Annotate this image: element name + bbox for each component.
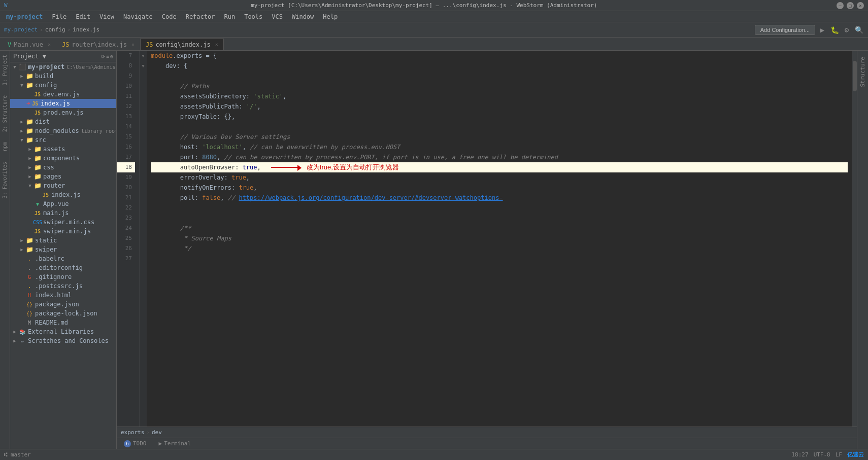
tree-item-router[interactable]: ▼ 📁 router xyxy=(10,181,116,190)
tree-item-readme[interactable]: M README.md xyxy=(10,318,116,327)
editor-scrollbar[interactable] xyxy=(852,51,857,427)
js-file-icon: JS xyxy=(34,90,42,98)
tab-terminal[interactable]: ▶ Terminal xyxy=(154,439,196,448)
tree-item-router-index[interactable]: JS index.js xyxy=(10,190,116,199)
favorites-panel-toggle[interactable]: 3: Favorites xyxy=(1,160,9,200)
tab-close-main-vue[interactable]: ✕ xyxy=(48,42,51,47)
folder-icon: 📁 xyxy=(34,163,42,171)
tree-item-external-libraries[interactable]: ▶ 📚 External Libraries xyxy=(10,327,116,336)
right-tab-structure[interactable]: Structure xyxy=(857,53,868,91)
menu-edit[interactable]: Edit xyxy=(72,12,94,21)
folder-icon: 📁 xyxy=(25,81,34,89)
tab-label: config\index.js xyxy=(155,41,210,48)
tab-close-router[interactable]: ✕ xyxy=(131,42,135,47)
project-panel-toggle[interactable]: 1: Project xyxy=(1,53,9,87)
tree-item-index-js[interactable]: ➜ JS index.js xyxy=(10,99,116,108)
editor-content: 7 8 9 10 11 12 13 14 15 16 17 18 19 20 2… xyxy=(117,51,857,427)
breadcrumb-file[interactable]: index.js xyxy=(73,26,99,33)
menu-tools[interactable]: Tools xyxy=(240,12,266,21)
close-button[interactable]: ✕ xyxy=(857,2,864,9)
tab-main-vue[interactable]: V Main.vue ✕ xyxy=(2,38,56,50)
annotation: 改为true,设置为自动打开浏览器 xyxy=(271,162,399,172)
tree-item-swiper-js[interactable]: JS swiper.min.js xyxy=(10,227,116,236)
breadcrumb-config[interactable]: config xyxy=(45,26,65,33)
encoding-indicator: UTF-8 xyxy=(814,451,830,458)
rc-file-icon: . xyxy=(25,255,34,263)
maximize-button[interactable]: □ xyxy=(847,2,854,9)
tree-item-css[interactable]: ▶ 📁 css xyxy=(10,163,116,172)
menu-vcs[interactable]: VCS xyxy=(268,12,287,21)
tree-item-gitignore[interactable]: G .gitignore xyxy=(10,272,116,281)
git-branch: master xyxy=(11,451,31,458)
code-line-21: poll: false, // https://webpack.js.org/c… xyxy=(151,193,848,203)
tree-item-editorconfig[interactable]: . .editorconfig xyxy=(10,263,116,272)
structure-panel-toggle[interactable]: 2: Structure xyxy=(1,93,9,134)
code-line-10: // Paths xyxy=(151,81,848,91)
tab-config-index[interactable]: JS config\index.js ✕ xyxy=(140,38,224,50)
tree-item-postcssrc[interactable]: . .postcssrc.js xyxy=(10,281,116,291)
settings-icon[interactable]: ⚙ xyxy=(842,25,852,35)
menu-my-project[interactable]: my-project xyxy=(2,12,47,21)
menu-navigate[interactable]: Navigate xyxy=(119,12,157,21)
rc-file-icon: . xyxy=(25,264,34,272)
editor[interactable]: 7 8 9 10 11 12 13 14 15 16 17 18 19 20 2… xyxy=(117,51,857,427)
editor-container: 7 8 9 10 11 12 13 14 15 16 17 18 19 20 2… xyxy=(117,51,857,449)
menu-view[interactable]: View xyxy=(95,12,118,21)
window-controls: – □ ✕ xyxy=(837,2,864,9)
tree-item-scratches[interactable]: ▶ ✏ Scratches and Consoles xyxy=(10,336,116,345)
tree-item-node-modules[interactable]: ▶ 📁 node_modules library root xyxy=(10,126,116,135)
code-line-7: module.exports = { xyxy=(151,51,848,61)
tree-item-config[interactable]: ▼ 📁 config xyxy=(10,81,116,90)
settings-icon[interactable]: ⚙ xyxy=(110,54,113,59)
fold-btn-8[interactable]: ▼ xyxy=(140,61,147,71)
tree-item-my-project[interactable]: ▼ ⬛ my-project C:\Users\Administrato xyxy=(10,62,116,72)
tab-label: Main.vue xyxy=(14,41,43,48)
menu-help[interactable]: Help xyxy=(319,12,342,21)
folder-icon: 📁 xyxy=(34,182,42,190)
tree-item-swiper-css[interactable]: CSS swiper.min.css xyxy=(10,218,116,227)
npm-panel-toggle[interactable]: npm xyxy=(1,140,9,153)
menu-run[interactable]: Run xyxy=(220,12,239,21)
tab-label: router\index.js xyxy=(72,41,127,48)
search-icon[interactable]: 🔍 xyxy=(854,25,864,35)
line-numbers: 7 8 9 10 11 12 13 14 15 16 17 18 19 20 2… xyxy=(117,51,140,427)
collapse-icon[interactable]: ≡ xyxy=(106,54,109,59)
tree-item-main-js[interactable]: JS main.js xyxy=(10,208,116,218)
menu-file[interactable]: File xyxy=(48,12,71,21)
tree-item-index-html[interactable]: H index.html xyxy=(10,291,116,300)
menu-code[interactable]: Code xyxy=(158,12,181,21)
tree-item-package-json[interactable]: {} package.json xyxy=(10,300,116,309)
tree-item-swiper[interactable]: ▶ 📁 swiper xyxy=(10,245,116,254)
tree-item-package-lock-json[interactable]: {} package-lock.json xyxy=(10,309,116,318)
menu-window[interactable]: Window xyxy=(288,12,318,21)
sync-icon[interactable]: ⟳ xyxy=(101,54,105,59)
code-line-25: * Source Maps xyxy=(151,233,848,243)
tab-router-index[interactable]: JS router\index.js ✕ xyxy=(56,38,140,50)
tree-item-dist[interactable]: ▶ 📁 dist xyxy=(10,117,116,126)
tree-item-app-vue[interactable]: ▼ App.vue xyxy=(10,199,116,208)
tree-item-babelrc[interactable]: . .babelrc xyxy=(10,254,116,263)
tree-item-components[interactable]: ▶ 📁 components xyxy=(10,154,116,163)
js-file-icon: JS xyxy=(34,109,42,117)
tree-item-src[interactable]: ▼ 📁 src xyxy=(10,135,116,145)
fold-btn-7[interactable]: ▼ xyxy=(140,51,147,61)
scrollbar-thumb[interactable] xyxy=(853,61,857,91)
tab-todo[interactable]: 6 TODO xyxy=(119,439,152,448)
tree-item-pages[interactable]: ▶ 📁 pages xyxy=(10,172,116,181)
tree-item-dev-env-js[interactable]: JS dev.env.js xyxy=(10,90,116,99)
menu-refactor[interactable]: Refactor xyxy=(182,12,219,21)
code-area[interactable]: module.exports = { dev: { // Paths xyxy=(147,51,852,427)
minimize-button[interactable]: – xyxy=(837,2,844,9)
tree-item-assets[interactable]: ▶ 📁 assets xyxy=(10,145,116,154)
tree-item-static[interactable]: ▶ 📁 static xyxy=(10,236,116,245)
tab-close-config[interactable]: ✕ xyxy=(215,42,218,47)
run-icon[interactable]: ▶ xyxy=(817,25,827,35)
tree-item-build[interactable]: ▶ 📁 build xyxy=(10,72,116,81)
breadcrumb-dev: dev xyxy=(152,429,162,436)
editor-tabs: V Main.vue ✕ JS router\index.js ✕ JS con… xyxy=(0,38,868,51)
tree-item-prod-env-js[interactable]: JS prod.env.js xyxy=(10,108,116,117)
breadcrumb-project[interactable]: my-project xyxy=(4,26,38,33)
add-configuration-button[interactable]: Add Configuration... xyxy=(755,25,815,35)
code-line-24: /** xyxy=(151,223,848,233)
debug-icon[interactable]: 🐛 xyxy=(829,25,840,35)
